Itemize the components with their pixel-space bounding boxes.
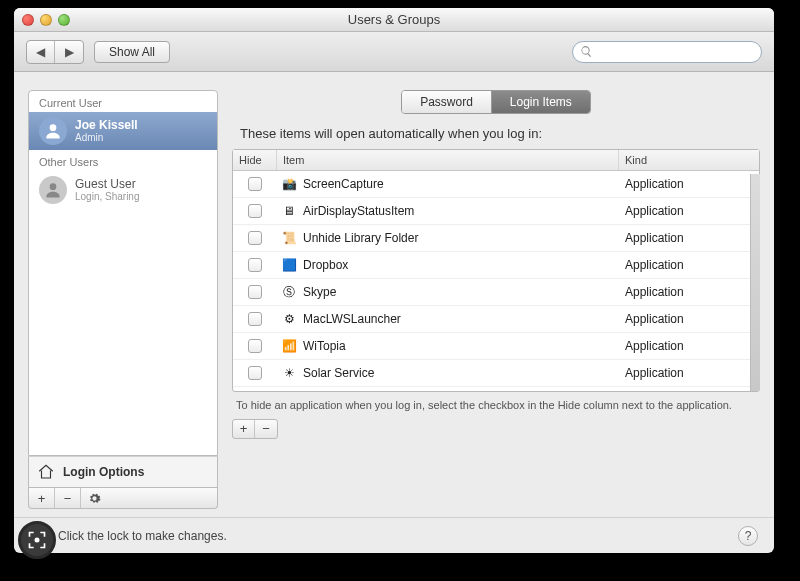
sidebar: Current User Joe Kissell Admin Other Use… bbox=[28, 90, 218, 509]
col-item[interactable]: Item bbox=[277, 150, 619, 170]
hide-checkbox[interactable] bbox=[248, 231, 262, 245]
tab-login-items[interactable]: Login Items bbox=[492, 91, 590, 113]
search-input[interactable] bbox=[572, 41, 762, 63]
footer: Click the lock to make changes. ? bbox=[14, 517, 774, 553]
tab-password[interactable]: Password bbox=[402, 91, 492, 113]
table-row[interactable]: 🟦DropboxApplication bbox=[233, 252, 759, 279]
table-row[interactable]: ⚙MacLWSLauncherApplication bbox=[233, 306, 759, 333]
main-panel: Password Login Items These items will op… bbox=[232, 90, 760, 509]
app-icon: 🖥 bbox=[281, 203, 297, 219]
search-wrap bbox=[572, 41, 762, 63]
table-row[interactable]: 📸ScreenCaptureApplication bbox=[233, 171, 759, 198]
sidebar-user-guest[interactable]: Guest User Login, Sharing bbox=[29, 171, 217, 209]
hide-checkbox[interactable] bbox=[248, 312, 262, 326]
zoom-button[interactable] bbox=[58, 14, 70, 26]
forward-button[interactable]: ▶ bbox=[55, 41, 83, 63]
user-name: Joe Kissell bbox=[75, 119, 138, 132]
back-button[interactable]: ◀ bbox=[27, 41, 55, 63]
sidebar-controls: + − bbox=[28, 488, 218, 509]
app-icon: 📜 bbox=[281, 230, 297, 246]
login-items-description: These items will open automatically when… bbox=[240, 126, 760, 141]
window-controls bbox=[22, 14, 70, 26]
login-items-table: Hide Item Kind 📸ScreenCaptureApplication… bbox=[232, 149, 760, 392]
gear-icon bbox=[88, 492, 101, 505]
table-row[interactable]: ☀Solar ServiceApplication bbox=[233, 360, 759, 387]
window-title: Users & Groups bbox=[14, 12, 774, 27]
hide-hint: To hide an application when you log in, … bbox=[236, 398, 756, 413]
toolbar: ◀ ▶ Show All bbox=[14, 32, 774, 72]
app-icon: ☀ bbox=[281, 365, 297, 381]
show-all-button[interactable]: Show All bbox=[94, 41, 170, 63]
user-name: Guest User bbox=[75, 178, 140, 191]
remove-item-button[interactable]: − bbox=[255, 420, 277, 438]
current-user-header: Current User bbox=[29, 91, 217, 112]
sidebar-user-current[interactable]: Joe Kissell Admin bbox=[29, 112, 217, 150]
item-kind: Application bbox=[619, 258, 759, 272]
item-name: Dropbox bbox=[303, 258, 348, 272]
table-row[interactable]: 🖥AirDisplayStatusItemApplication bbox=[233, 198, 759, 225]
other-users-header: Other Users bbox=[29, 150, 217, 171]
app-icon: 📸 bbox=[281, 176, 297, 192]
svg-point-0 bbox=[50, 124, 57, 131]
item-name: ScreenCapture bbox=[303, 177, 384, 191]
item-name: MacLWSLauncher bbox=[303, 312, 401, 326]
svg-point-1 bbox=[50, 183, 57, 190]
tabs: Password Login Items bbox=[232, 90, 760, 114]
app-icon: ⚙ bbox=[281, 311, 297, 327]
hide-checkbox[interactable] bbox=[248, 177, 262, 191]
scrollbar[interactable] bbox=[750, 174, 760, 391]
table-row[interactable]: 📜Unhide Library FolderApplication bbox=[233, 225, 759, 252]
table-row[interactable]: 📶WiTopiaApplication bbox=[233, 333, 759, 360]
nav-segment: ◀ ▶ bbox=[26, 40, 84, 64]
table-header: Hide Item Kind bbox=[233, 150, 759, 171]
user-list: Current User Joe Kissell Admin Other Use… bbox=[28, 90, 218, 456]
item-kind: Application bbox=[619, 339, 759, 353]
preferences-window: Users & Groups ◀ ▶ Show All Current User… bbox=[14, 8, 774, 553]
item-name: Solar Service bbox=[303, 366, 374, 380]
table-controls: + − bbox=[232, 419, 278, 439]
lock-text: Click the lock to make changes. bbox=[58, 529, 227, 543]
add-user-button[interactable]: + bbox=[29, 488, 55, 508]
hide-checkbox[interactable] bbox=[248, 285, 262, 299]
item-name: WiTopia bbox=[303, 339, 346, 353]
avatar bbox=[39, 117, 67, 145]
svg-point-2 bbox=[35, 538, 40, 543]
titlebar: Users & Groups bbox=[14, 8, 774, 32]
house-icon bbox=[37, 463, 55, 481]
item-name: Unhide Library Folder bbox=[303, 231, 418, 245]
user-role: Admin bbox=[75, 132, 138, 143]
item-name: AirDisplayStatusItem bbox=[303, 204, 414, 218]
user-actions-button[interactable] bbox=[81, 488, 107, 508]
user-role: Login, Sharing bbox=[75, 191, 140, 202]
app-icon: 🟦 bbox=[281, 257, 297, 273]
item-kind: Application bbox=[619, 231, 759, 245]
login-options-button[interactable]: Login Options bbox=[28, 456, 218, 488]
hide-checkbox[interactable] bbox=[248, 366, 262, 380]
app-icon: 📶 bbox=[281, 338, 297, 354]
login-options-label: Login Options bbox=[63, 465, 144, 479]
close-button[interactable] bbox=[22, 14, 34, 26]
minimize-button[interactable] bbox=[40, 14, 52, 26]
lens-badge-icon[interactable] bbox=[18, 521, 56, 559]
table-row[interactable]: ✇Air ConnectApplication bbox=[233, 387, 759, 391]
body: Current User Joe Kissell Admin Other Use… bbox=[14, 72, 774, 517]
avatar bbox=[39, 176, 67, 204]
col-hide[interactable]: Hide bbox=[233, 150, 277, 170]
hide-checkbox[interactable] bbox=[248, 339, 262, 353]
search-icon bbox=[580, 45, 593, 58]
hide-checkbox[interactable] bbox=[248, 204, 262, 218]
add-item-button[interactable]: + bbox=[233, 420, 255, 438]
hide-checkbox[interactable] bbox=[248, 258, 262, 272]
item-kind: Application bbox=[619, 366, 759, 380]
item-kind: Application bbox=[619, 204, 759, 218]
table-row[interactable]: ⓈSkypeApplication bbox=[233, 279, 759, 306]
remove-user-button[interactable]: − bbox=[55, 488, 81, 508]
item-kind: Application bbox=[619, 177, 759, 191]
item-kind: Application bbox=[619, 285, 759, 299]
col-kind[interactable]: Kind bbox=[619, 150, 759, 170]
help-button[interactable]: ? bbox=[738, 526, 758, 546]
item-name: Skype bbox=[303, 285, 336, 299]
app-icon: Ⓢ bbox=[281, 284, 297, 300]
item-kind: Application bbox=[619, 312, 759, 326]
